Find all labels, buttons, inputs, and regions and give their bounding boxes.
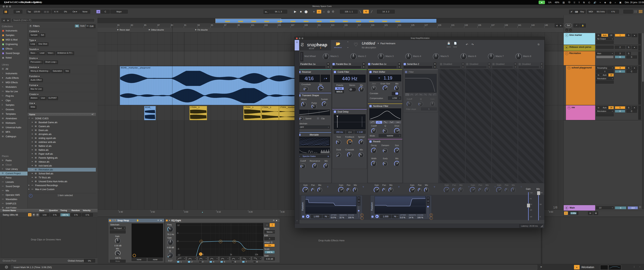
band-type-select-1[interactable]: ▾: [176, 257, 185, 260]
groove-row[interactable]: Swing 16ths 66⥷■⟳1/160 %100 %0 %0 %: [0, 213, 98, 217]
sidebar-item-instruments[interactable]: Instruments: [0, 29, 28, 33]
lane-gain-knob[interactable]: [470, 187, 476, 193]
groove-refresh-icon[interactable]: ⟳: [36, 213, 39, 216]
delay-time-field[interactable]: 200 ms: [334, 130, 346, 134]
cue-button[interactable]: C: [626, 56, 637, 59]
arrangement-overview[interactable]: [98, 18, 644, 24]
undo-icon[interactable]: ↶: [465, 43, 469, 47]
session-record-button[interactable]: ∞: [317, 10, 321, 14]
lane-gain-knob[interactable]: [374, 187, 380, 193]
compensation-select[interactable]: LOW▾: [388, 96, 401, 100]
map-slot-1[interactable]: none: [132, 258, 146, 261]
tempo-field[interactable]: 120.00: [32, 10, 42, 14]
output-select[interactable]: Main▾: [596, 52, 614, 55]
audio-clip-group-1[interactable]: 175904__k: [243, 106, 261, 120]
sidebar-item-universal-audio[interactable]: ▤Universal Audio: [0, 126, 28, 130]
mod-wheel-slider[interactable]: [300, 52, 303, 61]
filter-type-button-3[interactable]: [418, 93, 423, 96]
groove-timing-field[interactable]: 100 %: [60, 213, 70, 217]
macro-knob-5[interactable]: [433, 53, 439, 60]
filter-section-title[interactable]: Use ▾: [29, 102, 67, 105]
lock-envelopes-button[interactable]: 🔒: [580, 24, 586, 27]
band-enable-1[interactable]: [177, 261, 179, 263]
cue-button[interactable]: C: [626, 110, 637, 113]
filter-tag-max-for-live[interactable]: Max for Live: [29, 87, 43, 91]
lane-routing-button[interactable]: ⑂: [432, 185, 436, 190]
filter-tag-one-shot[interactable]: One Shot: [37, 42, 48, 46]
depth-slider-dot[interactable]: [427, 206, 429, 207]
expand-caret[interactable]: ▶: [32, 129, 34, 131]
filter-type-button-0[interactable]: [405, 93, 410, 96]
cpu-meter[interactable]: 4 %: [607, 10, 619, 14]
cue-button[interactable]: C: [626, 70, 637, 73]
module-transient-shaper[interactable]: Transient ShaperAttackSustainPumpSpeedCl…: [296, 93, 331, 131]
playhead[interactable]: [172, 23, 172, 209]
lane-pan-knob[interactable]: [452, 188, 456, 192]
band-type-select-5[interactable]: ▾: [220, 257, 229, 260]
filter-section-title[interactable]: Format ▾: [29, 84, 67, 87]
lane-mix-knob[interactable]: [424, 188, 429, 192]
screenshare-icon[interactable]: ■: [538, 1, 545, 4]
lane-solo-button[interactable]: S: [488, 66, 490, 68]
arm-button[interactable]: ●: [632, 106, 637, 109]
macro-knob-4[interactable]: [405, 53, 412, 60]
audio-clip-small-blue[interactable]: 96348_: [144, 106, 156, 120]
draw-mode-button[interactable]: ⸨⸩: [326, 10, 330, 14]
window-zoom-button[interactable]: [9, 6, 11, 8]
add-modulation-button[interactable]: +: [430, 213, 433, 217]
sidebar-item-user-library[interactable]: ⌹User Library: [0, 167, 28, 171]
adapt-q-toggle[interactable]: On: [264, 244, 275, 247]
input-channel-box[interactable]: ii: [596, 70, 614, 73]
lane-enable-checkbox[interactable]: [466, 63, 468, 65]
modulator-enable-checkbox[interactable]: [372, 216, 374, 218]
eq-graph[interactable]: 1260-6-121001k10k12457: [176, 223, 264, 256]
plugin-param-dot[interactable]: [133, 254, 136, 257]
input-select[interactable]: Resampling▾: [596, 66, 614, 69]
waterfall-display[interactable]: [298, 137, 330, 147]
locator-0[interactable]: ▶Recre start: [118, 29, 142, 32]
audio-clip-yellow-1[interactable]: 175904__k: [190, 106, 207, 120]
preview-icon[interactable]: ▼: [29, 194, 32, 198]
output-channel-box[interactable]: [596, 41, 614, 44]
filter-slope-field[interactable]: 1: [421, 107, 437, 110]
overdub-button[interactable]: +: [312, 10, 316, 14]
module-nonlinear-filter[interactable]: Nonlinear FilterCutoffQDriveModeWARM▾: [368, 103, 402, 138]
lane-mute-button[interactable]: M: [327, 63, 330, 65]
locator-2[interactable]: ▶Fin douche: [195, 29, 220, 32]
pump-knob[interactable]: [312, 104, 317, 109]
wifi-icon[interactable]: ≈: [600, 1, 601, 4]
preset-prev-button[interactable]: ⌃: [346, 41, 350, 45]
monitor-auto-button[interactable]: Auto: [601, 34, 608, 37]
expand-caret[interactable]: ▶: [28, 184, 30, 187]
browse-button[interactable]: 📂BROWSE: [333, 41, 343, 50]
groove-quantize-field[interactable]: 0 %: [50, 213, 60, 217]
key-signature-toggle[interactable]: ♭♯: [96, 10, 100, 14]
lane-solo-button[interactable]: S: [398, 66, 401, 68]
expand-caret[interactable]: ▶: [32, 153, 34, 155]
preferences-hamburger[interactable]: [639, 10, 642, 13]
draw-pencil-button[interactable]: ✐: [569, 10, 574, 14]
monitor-off-button[interactable]: Off: [608, 73, 614, 76]
device-save-icon[interactable]: ■: [160, 219, 163, 222]
main-routing-select[interactable]: 1/2▾: [596, 206, 614, 209]
depth-slider-dot[interactable]: [358, 210, 360, 211]
lane-routing-button[interactable]: ⑂: [361, 185, 366, 190]
windows-icon[interactable]: ⧉: [583, 1, 585, 4]
filter-tag-user[interactable]: User: [40, 96, 46, 100]
sample-rate-field[interactable]: 96.0 kHz: [595, 10, 606, 14]
file-row[interactable]: ▶▤extérieur amb.als: [28, 140, 96, 144]
device-thumbnail-1[interactable]: [600, 265, 608, 270]
module-reverser[interactable]: Reverser4/16♪ ▾CrossfadeMix: [296, 69, 331, 92]
track-fold-icon[interactable]: ▼: [565, 34, 568, 37]
rate-field[interactable]: 1.000: [380, 215, 391, 218]
polarity-plus-button[interactable]: PLUS: [335, 87, 344, 90]
filter-shape-button-3[interactable]: [388, 121, 395, 124]
file-row[interactable]: ▶▤Paper stuff.als: [28, 152, 96, 156]
volume-field[interactable]: 0: [615, 110, 625, 113]
random-panel-1[interactable]: Random▶1.000Hz▾JITTER0.0 %SMOOTH32 %CHAO…: [301, 195, 362, 220]
eq-node-2[interactable]: 2: [200, 240, 203, 243]
lane-gain-knob[interactable]: [409, 187, 415, 193]
modulator-enable-checkbox[interactable]: [302, 216, 304, 218]
filter-curve-display[interactable]: [405, 74, 437, 93]
eq-node-5[interactable]: 5: [233, 240, 236, 243]
